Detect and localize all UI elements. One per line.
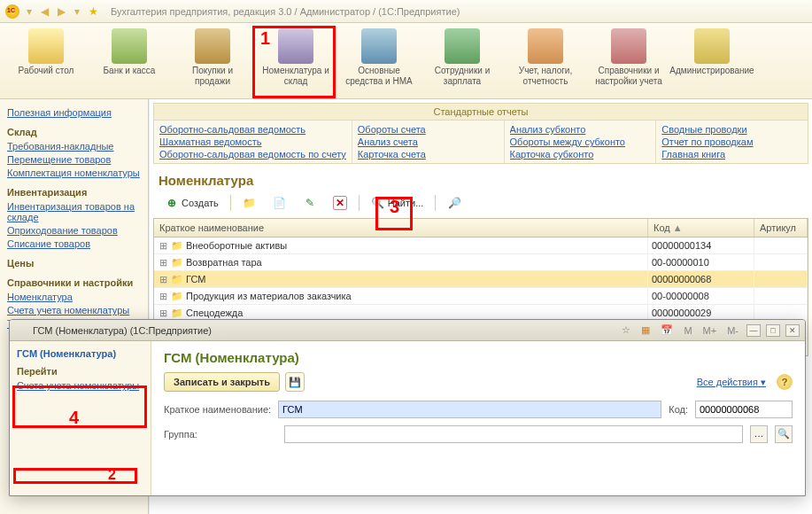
m-icon[interactable]: M	[681, 325, 694, 336]
expand-icon[interactable]: ⊞	[158, 240, 168, 252]
report-link[interactable]: Оборотно-сальдовая ведомость по счету	[159, 149, 346, 160]
report-link[interactable]: Отчет по проводкам	[661, 136, 802, 147]
calendar-icon[interactable]: 📅	[658, 324, 676, 336]
modal-titlebar[interactable]: ГСМ (Номенклатура) (1С:Предприятие) ☆ ▦ …	[10, 320, 805, 341]
report-link[interactable]: Анализ субконто	[510, 124, 651, 135]
magnifier-clear-icon: 🔎	[447, 196, 461, 210]
sidebar-link[interactable]: Перемещение товаров	[7, 154, 141, 165]
modal-nav-title: ГСМ (Номенклатура)	[17, 348, 143, 359]
group-open-button[interactable]: 🔍	[775, 425, 793, 443]
report-link[interactable]: Карточка счета	[358, 149, 499, 160]
modal-heading: ГСМ (Номенклатура)	[164, 350, 793, 365]
plus-circle-icon: ⊕	[165, 196, 179, 210]
toolbar-item[interactable]: Сотрудники и зарплата	[429, 28, 496, 98]
all-actions-link[interactable]: Все действия ▾	[697, 377, 766, 388]
report-link[interactable]: Карточка субконто	[510, 149, 651, 160]
modal-nav-link[interactable]: Счета учета номенклатуры	[17, 380, 143, 391]
toolbar-icon	[361, 28, 397, 64]
report-link[interactable]: Обороты счета	[358, 124, 499, 135]
sidebar-link[interactable]: Требования-накладные	[7, 141, 141, 152]
table-row[interactable]: ⊞📁Внеоборотные активы 00000000134	[154, 238, 808, 254]
folder-icon: 📁	[171, 308, 183, 319]
favorite-icon[interactable]: ☆	[619, 324, 633, 336]
sidebar-link[interactable]: Полезная информация	[7, 107, 141, 118]
expand-icon[interactable]: ⊞	[158, 291, 168, 302]
table-row[interactable]: ⊞📁Продукция из материалов заказчика 00-0…	[154, 288, 808, 305]
folder-icon: 📁	[171, 257, 183, 269]
sidebar-link[interactable]: Счета учета номенклатуры	[7, 305, 141, 315]
code-label: Код:	[669, 404, 688, 415]
sidebar-link[interactable]: Комплектация номенклатуры	[7, 167, 141, 178]
modal-goto-link[interactable]: Перейти	[17, 366, 143, 377]
sidebar-link[interactable]: Оприходование товаров	[7, 225, 141, 236]
col-name-header[interactable]: Краткое наименование	[154, 219, 648, 237]
group-select-button[interactable]: …	[750, 425, 768, 443]
window-title: Бухгалтерия предприятия, редакция 3.0 / …	[111, 6, 460, 17]
toolbar-item[interactable]: Рабочий стол	[12, 28, 80, 98]
m-minus-icon[interactable]: M-	[724, 325, 741, 336]
code-input[interactable]	[695, 401, 793, 418]
modal-window-title: ГСМ (Номенклатура) (1С:Предприятие)	[33, 325, 212, 336]
pencil-icon: ✎	[303, 196, 317, 210]
toolbar-label: Номенклатура и склад	[262, 66, 329, 86]
toolbar-icon	[112, 28, 147, 64]
badge-4: 4	[69, 408, 79, 428]
toolbar-label: Основные средства и НМА	[345, 66, 413, 86]
save-close-button[interactable]: Записать и закрыть	[164, 372, 280, 392]
toolbar-label: Банк и касса	[104, 66, 156, 76]
grid-header: Краткое наименование Код ▲ Артикул	[154, 219, 808, 238]
dropdown-icon[interactable]: ▾	[25, 5, 34, 18]
sidebar-link[interactable]: Списание товаров	[7, 238, 141, 249]
group-input[interactable]	[284, 425, 743, 443]
report-link[interactable]: Обороты между субконто	[510, 136, 651, 147]
folder-icon: 📁	[171, 274, 183, 285]
toolbar-item[interactable]: Администрирование	[678, 28, 746, 98]
help-icon[interactable]: ?	[777, 374, 793, 390]
m-plus-icon[interactable]: M+	[700, 325, 720, 336]
toolbar-item[interactable]: Основные средства и НМА	[345, 28, 413, 98]
expand-icon[interactable]: ⊞	[158, 257, 168, 269]
report-link[interactable]: Главная книга	[661, 149, 802, 160]
name-input[interactable]	[278, 401, 661, 418]
create-button[interactable]: ⊕ Создать	[159, 193, 225, 213]
favorite-star-icon[interactable]: ★	[87, 5, 100, 18]
report-link[interactable]: Сводные проводки	[661, 124, 802, 135]
row-code: 00-00000008	[648, 288, 754, 304]
toolbar-item[interactable]: Номенклатура и склад	[262, 28, 329, 98]
save-button[interactable]: 💾	[285, 372, 305, 392]
back-icon[interactable]: ◀	[39, 5, 50, 18]
table-row[interactable]: ⊞📁Возвратная тара 00-00000010	[154, 254, 808, 271]
delete-button[interactable]: ✕	[327, 193, 353, 213]
toolbar-item[interactable]: Покупки и продажи	[179, 28, 246, 98]
col-art-header[interactable]: Артикул	[754, 219, 808, 237]
sidebar-section-head: Справочники и настройки	[7, 277, 141, 288]
toolbar-label: Справочники и настройки учета	[595, 66, 662, 86]
expand-icon[interactable]: ⊞	[158, 308, 168, 319]
minimize-button[interactable]: —	[746, 324, 761, 337]
table-row[interactable]: ⊞📁ГСМ 00000000068	[154, 271, 808, 288]
close-button[interactable]: ✕	[785, 324, 800, 337]
main-toolbar: Рабочий столБанк и кассаПокупки и продаж…	[0, 23, 812, 99]
calc-icon[interactable]: ▦	[638, 324, 653, 336]
expand-icon[interactable]: ⊞	[158, 274, 168, 285]
col-code-header[interactable]: Код ▲	[648, 219, 754, 237]
sidebar-link[interactable]: Инвентаризация товаров на складе	[7, 201, 141, 222]
report-link[interactable]: Шахматная ведомость	[159, 136, 346, 147]
history-dropdown-icon[interactable]: ▾	[73, 5, 81, 18]
report-link[interactable]: Оборотно-сальдовая ведомость	[159, 124, 346, 135]
report-link[interactable]: Анализ счета	[358, 136, 499, 147]
new-folder-button[interactable]: 📁	[236, 193, 263, 213]
row-art	[754, 271, 808, 287]
diskette-icon: 💾	[289, 377, 301, 388]
clear-find-button[interactable]: 🔎	[441, 193, 468, 213]
toolbar-icon	[694, 28, 730, 64]
maximize-button[interactable]: □	[766, 324, 780, 337]
toolbar-item[interactable]: Справочники и настройки учета	[595, 28, 662, 98]
toolbar-item[interactable]: Банк и касса	[96, 28, 163, 98]
edit-button[interactable]: ✎	[297, 193, 323, 213]
toolbar-item[interactable]: Учет, налоги, отчетность	[512, 28, 579, 98]
copy-button[interactable]: 📄	[267, 193, 293, 213]
create-label: Создать	[182, 198, 219, 208]
forward-icon[interactable]: ▶	[56, 5, 67, 18]
sidebar-link[interactable]: Номенклатура	[7, 292, 141, 302]
